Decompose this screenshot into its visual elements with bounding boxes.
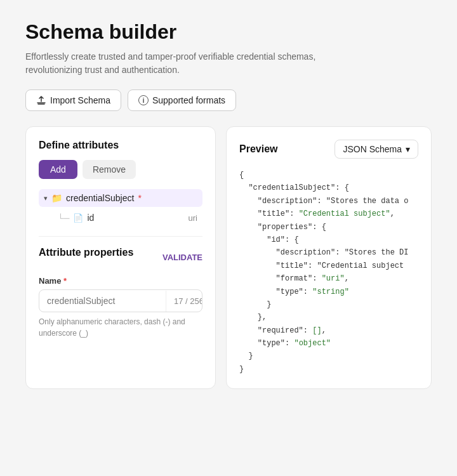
- file-icon: 📄: [73, 213, 83, 223]
- import-schema-label: Import Schema: [50, 95, 110, 105]
- define-attributes-title: Define attributes: [39, 140, 202, 151]
- page-subtitle: Effortlessly create trusted and tamper-p…: [25, 50, 330, 77]
- folder-icon: 📁: [51, 193, 62, 203]
- chevron-down-icon: ▾: [44, 194, 48, 202]
- preview-header: Preview JSON Schema ▾: [239, 140, 418, 159]
- attr-props-title: Attribute properties: [39, 247, 133, 258]
- required-star: *: [138, 193, 141, 203]
- name-input[interactable]: [39, 290, 166, 312]
- right-panel: Preview JSON Schema ▾ { "credentialSubje…: [226, 126, 432, 389]
- remove-button[interactable]: Remove: [83, 160, 136, 179]
- tree-child-item[interactable]: └─ 📄 id uri: [39, 209, 202, 226]
- upload-icon: [36, 95, 46, 105]
- page-title: Schema builder: [25, 20, 432, 44]
- info-icon: i: [138, 95, 149, 105]
- name-field-hint: Only alphanumeric characters, dash (-) a…: [39, 316, 202, 339]
- attribute-actions: Add Remove: [39, 160, 202, 179]
- name-input-row: 17 / 256: [39, 289, 202, 312]
- attr-props-header: Attribute properties VALIDATE: [39, 247, 202, 267]
- main-area: Define attributes Add Remove ▾ 📁 credent…: [25, 126, 432, 389]
- tree-root-item[interactable]: ▾ 📁 credentialSubject *: [39, 189, 202, 207]
- name-counter: 17 / 256: [166, 291, 202, 312]
- preview-title: Preview: [239, 143, 277, 155]
- import-schema-button[interactable]: Import Schema: [25, 89, 121, 111]
- tree-root-label: credentialSubject: [66, 193, 134, 203]
- tree-child-label: id: [87, 213, 184, 223]
- format-dropdown[interactable]: JSON Schema ▾: [334, 140, 418, 159]
- left-panel: Define attributes Add Remove ▾ 📁 credent…: [25, 126, 216, 389]
- tree-line: └─: [58, 213, 69, 223]
- add-button[interactable]: Add: [39, 160, 77, 179]
- name-field-label: Name *: [39, 276, 202, 286]
- attribute-properties-section: Attribute properties VALIDATE Name * 17 …: [39, 236, 202, 339]
- format-label: JSON Schema: [343, 144, 402, 154]
- tree-child-type: uri: [189, 213, 197, 223]
- json-display: { "credentialSubject": { "description": …: [239, 169, 418, 376]
- supported-formats-button[interactable]: i Supported formats: [128, 89, 236, 111]
- chevron-down-icon: ▾: [406, 144, 410, 154]
- toolbar: Import Schema i Supported formats: [25, 89, 432, 111]
- supported-formats-label: Supported formats: [152, 95, 225, 105]
- validate-button[interactable]: VALIDATE: [162, 253, 202, 262]
